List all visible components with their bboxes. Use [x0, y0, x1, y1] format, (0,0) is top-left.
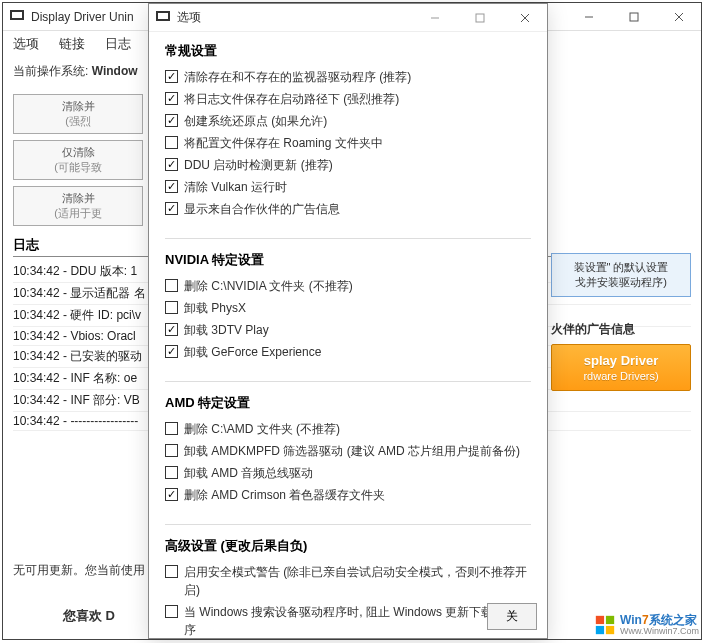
action-button-0[interactable]: 清除并(强烈 — [13, 94, 143, 134]
option-row[interactable]: 卸载 AMD 音频总线驱动 — [165, 462, 531, 484]
checkbox[interactable] — [165, 422, 178, 435]
menu-links[interactable]: 链接 — [59, 35, 85, 53]
close-button[interactable] — [656, 3, 701, 31]
main-window-title: Display Driver Unin — [31, 10, 134, 24]
checkbox[interactable] — [165, 180, 178, 193]
option-label: 当 Windows 搜索设备驱动程序时, 阻止 Windows 更新下载驱动程序 — [184, 603, 531, 639]
dialog-ok-button[interactable]: 关 — [487, 603, 537, 630]
update-status: 无可用更新。您当前使用 — [13, 562, 145, 579]
options-dialog: 选项 常规设置清除存在和不存在的监视器驱动程序 (推荐)将日志文件保存在启动路径… — [148, 3, 548, 639]
option-row[interactable]: 清除 Vulkan 运行时 — [165, 176, 531, 198]
section-title: NVIDIA 特定设置 — [165, 251, 531, 269]
checkbox[interactable] — [165, 136, 178, 149]
wm-text-3: 系统之家 — [649, 613, 697, 627]
svg-rect-15 — [606, 626, 614, 634]
dialog-titlebar: 选项 — [149, 4, 547, 32]
option-row[interactable]: 删除 C:\NVIDIA 文件夹 (不推荐) — [165, 275, 531, 297]
option-label: 卸载 AMD 音频总线驱动 — [184, 464, 313, 482]
ad-header: 火伴的广告信息 — [551, 321, 691, 338]
maximize-button[interactable] — [611, 3, 656, 31]
partner-ad-button[interactable]: splay Driver rdware Drivers) — [551, 344, 691, 391]
checkbox[interactable] — [165, 605, 178, 618]
option-label: 卸载 PhysX — [184, 299, 246, 317]
checkbox[interactable] — [165, 92, 178, 105]
ad-line-2: rdware Drivers) — [558, 370, 684, 382]
option-label: 创建系统还原点 (如果允许) — [184, 112, 327, 130]
wm-url: Www.Winwin7.Com — [620, 627, 699, 637]
option-row[interactable]: 卸载 GeForce Experience — [165, 341, 531, 363]
app-icon — [9, 7, 25, 26]
action-button-2[interactable]: 清除并(适用于更 — [13, 186, 143, 226]
settings-section: 常规设置清除存在和不存在的监视器驱动程序 (推荐)将日志文件保存在启动路径下 (… — [165, 42, 531, 220]
option-label: 显示来自合作伙伴的广告信息 — [184, 200, 340, 218]
checkbox[interactable] — [165, 301, 178, 314]
like-text: 您喜欢 D — [63, 607, 115, 625]
option-row[interactable]: DDU 启动时检测更新 (推荐) — [165, 154, 531, 176]
option-label: 卸载 GeForce Experience — [184, 343, 321, 361]
section-title: 常规设置 — [165, 42, 531, 60]
checkbox[interactable] — [165, 158, 178, 171]
os-label: 当前操作系统: — [13, 64, 88, 78]
checkbox[interactable] — [165, 114, 178, 127]
checkbox[interactable] — [165, 202, 178, 215]
checkbox[interactable] — [165, 279, 178, 292]
option-row[interactable]: 删除 C:\AMD 文件夹 (不推荐) — [165, 418, 531, 440]
option-row[interactable]: 启用安全模式警告 (除非已亲自尝试启动安全模式，否则不推荐开启) — [165, 561, 531, 601]
settings-section: NVIDIA 特定设置删除 C:\NVIDIA 文件夹 (不推荐)卸载 Phys… — [165, 251, 531, 363]
dialog-icon — [155, 8, 171, 27]
hint-box: 装设置" 的默认设置 戈并安装驱动程序) — [551, 253, 691, 297]
option-row[interactable]: 创建系统还原点 (如果允许) — [165, 110, 531, 132]
option-row[interactable]: 显示来自合作伙伴的广告信息 — [165, 198, 531, 220]
action-button-1[interactable]: 仅清除(可能导致 — [13, 140, 143, 180]
option-label: 卸载 3DTV Play — [184, 321, 269, 339]
svg-rect-12 — [596, 616, 604, 624]
section-title: AMD 特定设置 — [165, 394, 531, 412]
menu-options[interactable]: 选项 — [13, 35, 39, 53]
settings-section: AMD 特定设置删除 C:\AMD 文件夹 (不推荐)卸载 AMDKMPFD 筛… — [165, 394, 531, 506]
checkbox[interactable] — [165, 488, 178, 501]
windows-logo-icon — [594, 614, 616, 636]
option-row[interactable]: 清除存在和不存在的监视器驱动程序 (推荐) — [165, 66, 531, 88]
svg-rect-14 — [596, 626, 604, 634]
ad-line-1: splay Driver — [584, 353, 658, 368]
option-row[interactable]: 当 Windows 搜索设备驱动程序时, 阻止 Windows 更新下载驱动程序 — [165, 601, 531, 641]
minimize-button[interactable] — [566, 3, 611, 31]
option-row[interactable]: 删除 AMD Crimson 着色器缓存文件夹 — [165, 484, 531, 506]
dialog-maximize-button[interactable] — [457, 4, 502, 32]
wm-text-1: Win — [620, 613, 642, 627]
settings-section: 高级设置 (更改后果自负)启用安全模式警告 (除非已亲自尝试启动安全模式，否则不… — [165, 537, 531, 641]
option-label: 清除 Vulkan 运行时 — [184, 178, 287, 196]
svg-rect-13 — [606, 616, 614, 624]
option-row[interactable]: 卸载 3DTV Play — [165, 319, 531, 341]
svg-rect-9 — [476, 14, 484, 22]
option-label: 删除 C:\NVIDIA 文件夹 (不推荐) — [184, 277, 353, 295]
menu-log[interactable]: 日志 — [105, 35, 131, 53]
option-label: 卸载 AMDKMPFD 筛选器驱动 (建议 AMD 芯片组用户提前备份) — [184, 442, 520, 460]
option-label: 删除 AMD Crimson 着色器缓存文件夹 — [184, 486, 385, 504]
os-value: Window — [92, 64, 138, 78]
option-label: DDU 启动时检测更新 (推荐) — [184, 156, 333, 174]
option-row[interactable]: 卸载 AMDKMPFD 筛选器驱动 (建议 AMD 芯片组用户提前备份) — [165, 440, 531, 462]
option-row[interactable]: 将日志文件保存在启动路径下 (强烈推荐) — [165, 88, 531, 110]
option-label: 将配置文件保存在 Roaming 文件夹中 — [184, 134, 383, 152]
hint-line-1: 装设置" 的默认设置 — [560, 260, 682, 275]
dialog-minimize-button[interactable] — [412, 4, 457, 32]
checkbox[interactable] — [165, 345, 178, 358]
checkbox[interactable] — [165, 70, 178, 83]
checkbox[interactable] — [165, 323, 178, 336]
checkbox[interactable] — [165, 444, 178, 457]
checkbox[interactable] — [165, 565, 178, 578]
svg-rect-7 — [158, 13, 168, 19]
option-row[interactable]: 将配置文件保存在 Roaming 文件夹中 — [165, 132, 531, 154]
wm-text-2: 7 — [642, 613, 649, 627]
section-title: 高级设置 (更改后果自负) — [165, 537, 531, 555]
dialog-title: 选项 — [177, 9, 201, 26]
hint-line-2: 戈并安装驱动程序) — [560, 275, 682, 290]
option-row[interactable]: 卸载 PhysX — [165, 297, 531, 319]
checkbox[interactable] — [165, 466, 178, 479]
svg-rect-1 — [12, 12, 22, 18]
option-label: 启用安全模式警告 (除非已亲自尝试启动安全模式，否则不推荐开启) — [184, 563, 531, 599]
option-label: 清除存在和不存在的监视器驱动程序 (推荐) — [184, 68, 411, 86]
dialog-close-button[interactable] — [502, 4, 547, 32]
svg-rect-3 — [630, 13, 638, 21]
